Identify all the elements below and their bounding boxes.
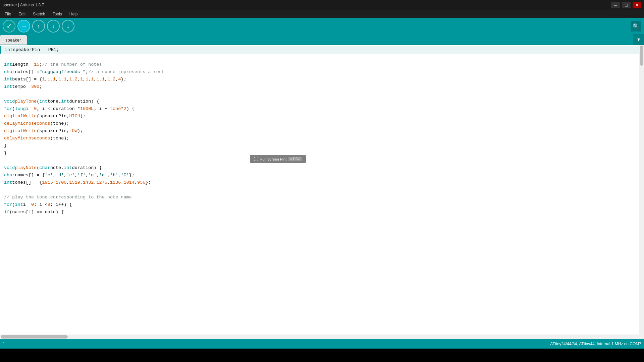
menu-bar: File Edit Sketch Tools Help: [0, 10, 644, 18]
status-board: ATtiny24/44/84, ATtiny44, Internal 1 MHz…: [550, 342, 641, 346]
code-line-20: [0, 186, 644, 194]
title-bar: speaker | Arduino 1.8.7 ─ □ ✕: [0, 0, 644, 10]
status-line: 1: [3, 342, 5, 346]
menu-sketch[interactable]: Sketch: [30, 11, 49, 17]
code-line-21: // play the tone corresponding to the no…: [0, 194, 644, 201]
code-line-22: for (int i = 0; i < 8; i++) {: [0, 201, 644, 208]
search-button[interactable]: 🔍: [631, 21, 641, 32]
window-controls: ─ □ ✕: [611, 2, 641, 8]
upload-button[interactable]: →: [17, 20, 30, 33]
tab-bar: speaker ▾: [0, 34, 644, 45]
menu-edit[interactable]: Edit: [15, 11, 29, 17]
code-line-19: int tones[] = { 1915, 1700, 1519, 1432, …: [0, 179, 644, 186]
code-line-13: delayMicroseconds(tone);: [0, 135, 644, 142]
fullscreen-hint: ⛶ Full Screen Hint ⎋ ESC: [250, 155, 306, 163]
code-line-4: char notes[] = "ccggaagffeeddc "; // a s…: [0, 68, 644, 76]
fullscreen-shortcut: ⎋ ESC: [288, 157, 302, 161]
code-line-3: int length = 15; // the number of notes: [0, 61, 644, 68]
fullscreen-hint-text: Full Screen Hint: [260, 157, 286, 161]
code-line-14: }: [0, 142, 644, 149]
menu-help[interactable]: Help: [66, 11, 81, 17]
tab-speaker[interactable]: speaker: [0, 35, 27, 45]
code-line-2: [0, 54, 644, 61]
menu-file[interactable]: File: [1, 11, 14, 17]
arduino-window: speaker | Arduino 1.8.7 ─ □ ✕ File Edit …: [0, 0, 644, 349]
verify-button[interactable]: ✓: [3, 20, 15, 33]
toolbar: ✓ → ↑ ↓ ↓ 🔍: [0, 18, 644, 34]
code-line-17: void playNote(char note, int duration) {: [0, 164, 644, 172]
maximize-button[interactable]: □: [622, 2, 631, 8]
code-line-5: int beats[] = { 1, 1, 1, 1, 1, 1, 2, 1, …: [0, 76, 644, 83]
window-title: speaker | Arduino 1.8.7: [3, 3, 44, 7]
code-line-16: [0, 157, 644, 164]
code-editor[interactable]: ⛶ Full Screen Hint ⎋ ESC int speakerPin …: [0, 45, 644, 339]
code-line-1: int speakerPin = PB1;: [0, 46, 644, 54]
close-button[interactable]: ✕: [633, 2, 641, 8]
code-content[interactable]: int speakerPin = PB1; int length = 15; /…: [0, 45, 644, 217]
menu-tools[interactable]: Tools: [49, 11, 65, 17]
h-scrollbar-track[interactable]: [0, 335, 639, 339]
fullscreen-icon: ⛶: [254, 157, 258, 162]
code-line-6: int tempo = 300;: [0, 83, 644, 90]
code-line-9: for (long i = 0; i < duration * 1000L; i…: [0, 105, 644, 113]
code-line-18: char names[] = { 'c', 'd', 'e', 'f', 'g'…: [0, 172, 644, 179]
new-button[interactable]: ↑: [32, 20, 45, 33]
code-line-7: [0, 90, 644, 98]
minimize-button[interactable]: ─: [611, 2, 620, 8]
code-line-15: }: [0, 149, 644, 157]
code-line-8: void playTone(int tone, int duration) {: [0, 98, 644, 105]
tab-label: speaker: [5, 38, 21, 43]
desktop-area: ⊞ ○ ❑ e 📁 🏠 ✉ W 🌐 📱 ∞ ∧ ⌨: [0, 349, 644, 362]
code-line-10: digitalWrite(speakerPin, HIGH);: [0, 113, 644, 120]
status-bar: 1 ATtiny24/44/84, ATtiny44, Internal 1 M…: [0, 339, 644, 349]
tab-dropdown-button[interactable]: ▾: [633, 34, 644, 45]
scrollbar-thumb[interactable]: [640, 46, 643, 66]
scrollbar-track[interactable]: [639, 45, 644, 339]
code-line-23: if (names[i] == note) {: [0, 208, 644, 216]
open-button[interactable]: ↓: [47, 20, 60, 33]
code-line-12: digitalWrite(speakerPin, LOW);: [0, 127, 644, 135]
save-button[interactable]: ↓: [62, 20, 74, 33]
h-scrollbar-thumb[interactable]: [1, 335, 68, 339]
code-line-11: delayMicroseconds(tone);: [0, 120, 644, 127]
